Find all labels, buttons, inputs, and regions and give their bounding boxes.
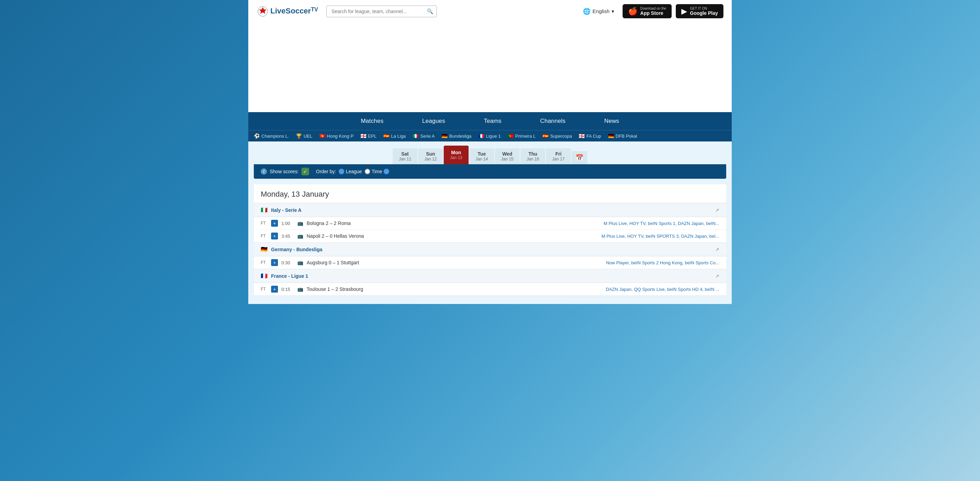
match-channels-2-0[interactable]: DAZN Japan, QQ Sports Live, beIN Sports … [606,287,719,292]
league-flag-icon: 🇪🇸 [383,133,389,139]
league-header-1: 🇩🇪 Germany - Bundesliga ↗ [254,243,726,256]
match-add-button-2-0[interactable]: + [271,286,278,293]
league-nav-label: DFB Pokal [616,133,637,139]
league-section-0: 🇮🇹 Italy - Serie A ↗ FT + 1:00 📺 Bologna… [254,203,726,243]
match-status-2-0: FT [261,287,267,292]
nav-item-channels[interactable]: Channels [521,112,585,130]
league-header-0: 🇮🇹 Italy - Serie A ↗ [254,203,726,217]
time-toggle-icon [383,169,389,174]
league-nav-item-primeira[interactable]: 🇵🇹Primeira L [508,133,536,139]
match-teams-2-0[interactable]: Toulouse 1 – 2 Strasbourg [307,286,602,292]
tv-icon-0-1: 📺 [298,233,303,239]
date-tab-thu[interactable]: ThuJan 16 [520,148,545,164]
match-teams-0-1[interactable]: Napoli 2 – 0 Hellas Verona [307,233,598,239]
league-name-2: France - Ligue 1 [271,273,308,279]
logo-text: LiveSoccerTV [270,6,318,16]
nav-item-matches[interactable]: Matches [342,112,403,130]
appstore-button[interactable]: 🍎 Download on the App Store [623,4,671,18]
league-nav-item-laliga[interactable]: 🇪🇸La Liga [383,133,406,139]
date-tab-date: Jan 16 [527,157,539,162]
league-section-2: 🇫🇷 France - Ligue 1 ↗ FT + 0:15 📺 Toulou… [254,269,726,296]
league-nav-item-supercopa[interactable]: 🇪🇸Supercopa [542,133,572,139]
date-tab-date: Jan 14 [476,157,488,162]
order-by-control: Order by: League Time [316,169,389,174]
match-status-0-1: FT [261,233,267,238]
date-tab-fri[interactable]: FriJan 17 [546,148,571,164]
match-add-button-1-0[interactable]: + [271,259,278,266]
league-nav-item-ucl[interactable]: ⚽Champions L. [254,133,289,139]
match-add-button-0-0[interactable]: + [271,220,278,227]
date-tab-day: Mon [450,150,462,155]
date-picker: SatJan 11SunJan 12MonJan 13TueJan 14WedJ… [248,141,732,164]
league-quick-nav: ⚽Champions L.🏆UEL🇭🇰Hong Kong P🏴󠁧󠁢󠁥󠁮󠁧󠁿EPL… [248,130,732,141]
match-channels-0-0[interactable]: M Plus Live, HOY TV, beIN Sports 1, DAZN… [604,221,719,226]
tv-icon-2-0: 📺 [298,286,303,292]
order-by-time-label: Time [372,169,382,174]
external-link-icon-2[interactable]: ↗ [715,273,719,279]
info-icon[interactable]: i [261,168,267,175]
league-flag-icon: ⚽ [254,133,260,139]
date-tab-day: Tue [476,151,488,157]
match-teams-1-0[interactable]: Augsburg 0 – 1 Stuttgart [307,260,603,265]
external-link-icon-1[interactable]: ↗ [715,247,719,252]
order-by-time-option[interactable]: Time [365,169,389,174]
date-tab-sun[interactable]: SunJan 12 [418,148,443,164]
match-channels-1-0[interactable]: Now Player, beIN Sports 2 Hong Kong, beI… [606,260,719,265]
league-nav-item-ligue1[interactable]: 🇫🇷Ligue 1 [478,133,501,139]
radio-time-icon [365,169,370,174]
league-flag-icon: 🇩🇪 [442,133,447,139]
nav-item-leagues[interactable]: Leagues [403,112,465,130]
show-scores-control: i Show scores: ✓ [261,168,309,175]
league-nav-label: Hong Kong P [327,133,353,139]
search-bar: 🔍 [326,6,437,17]
nav-bar: Matches Leagues Teams Channels News [248,112,732,130]
league-flag-icon: 🏆 [296,133,302,139]
date-tab-mon[interactable]: MonJan 13 [444,146,469,164]
league-nav-label: Bundesliga [449,133,471,139]
date-tab-wed[interactable]: WedJan 15 [495,148,520,164]
league-nav-item-seriea[interactable]: 🇮🇹Serie A [413,133,435,139]
show-scores-checkbox[interactable]: ✓ [301,168,309,175]
date-tab-day: Thu [527,151,539,157]
date-tab-day: Fri [552,151,565,157]
logo[interactable]: LiveSoccerTV [256,5,318,17]
match-add-button-0-1[interactable]: + [271,233,278,240]
date-tab-calendar[interactable]: 📅 [571,151,587,164]
nav-item-teams[interactable]: Teams [465,112,521,130]
search-input[interactable] [326,6,437,17]
league-nav-item-facup[interactable]: 🏴󠁧󠁢󠁥󠁮󠁧󠁿FA Cup [579,133,601,139]
league-nav-item-epl[interactable]: 🏴󠁧󠁢󠁥󠁮󠁧󠁿EPL [361,133,377,139]
date-tab-tue[interactable]: TueJan 14 [469,148,494,164]
table-row: FT + 3:45 📺 Napoli 2 – 0 Hellas Verona M… [254,230,726,242]
league-header-left-1: 🇩🇪 Germany - Bundesliga [261,246,323,252]
match-channels-0-1[interactable]: M Plus Live, HOY TV, beIN SPORTS 3, DAZN… [601,233,719,239]
league-nav-item-bundesliga[interactable]: 🇩🇪Bundesliga [442,133,471,139]
match-status-0-0: FT [261,221,267,225]
search-icon: 🔍 [427,8,433,14]
league-nav-label: La Liga [391,133,406,139]
language-selector[interactable]: 🌐 English ▾ [583,8,614,15]
league-nav-label: Serie A [420,133,435,139]
date-tab-sat[interactable]: SatJan 11 [393,148,417,164]
league-flag-icon: 🇵🇹 [508,133,514,139]
match-teams-0-0[interactable]: Bologna 2 – 2 Roma [307,221,600,226]
googleplay-button[interactable]: ▶ GET IT ON Google Play [676,4,724,18]
league-nav-label: UEL [304,133,312,139]
league-nav-item-uel[interactable]: 🏆UEL [296,133,312,139]
apple-icon: 🍎 [628,7,638,16]
order-by-league-label: League [346,169,362,174]
league-header-left-2: 🇫🇷 France - Ligue 1 [261,273,308,279]
date-tab-day: Wed [501,151,514,157]
league-flag-icon: 🇮🇹 [413,133,418,139]
date-tab-date: Jan 17 [552,157,565,162]
league-nav-label: Primeira L [515,133,536,139]
league-nav-item-dfbpokal[interactable]: 🇩🇪DFB Pokal [608,133,637,139]
googleplay-icon: ▶ [681,7,687,16]
date-tab-date: Jan 13 [450,155,462,160]
table-row: FT + 0:30 📺 Augsburg 0 – 1 Stuttgart Now… [254,256,726,269]
appstore-small-text: Download on the [640,6,666,10]
nav-item-news[interactable]: News [585,112,638,130]
external-link-icon-0[interactable]: ↗ [715,207,719,213]
league-nav-item-hkp[interactable]: 🇭🇰Hong Kong P [320,133,353,139]
order-by-league-option[interactable]: League [339,169,362,174]
